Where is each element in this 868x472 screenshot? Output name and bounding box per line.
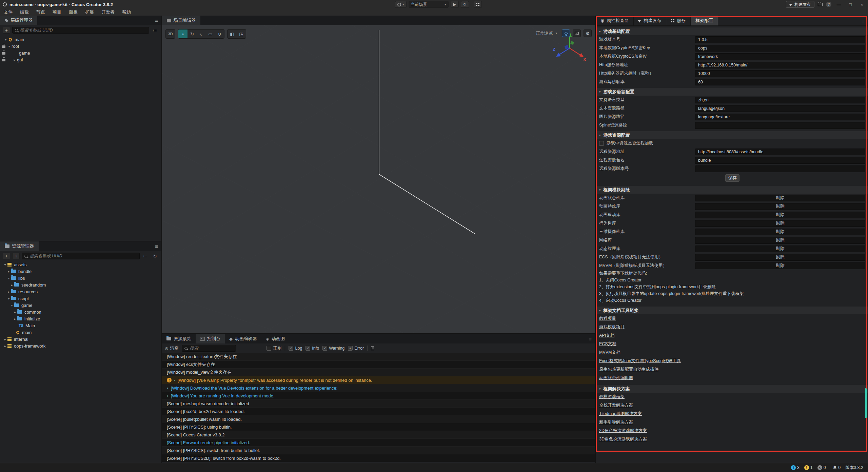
inspector-scrollbar[interactable] <box>865 388 867 418</box>
panel-menu-icon[interactable]: ≡ <box>589 334 592 343</box>
section-module-trim[interactable]: ▾框架模块剔除 <box>596 186 868 194</box>
assets-search-input[interactable] <box>29 254 137 258</box>
mode-3d-button[interactable]: 3D <box>166 29 175 38</box>
chevron-expanded-icon[interactable]: ▾ <box>7 44 12 48</box>
scene-select[interactable]: 当前场景 ▾ <box>409 1 449 8</box>
solution-link[interactable]: 战棋游戏框架 <box>599 394 625 400</box>
solution-link[interactable]: Tiledmap地图解决方案 <box>599 411 642 417</box>
tab-assets[interactable]: 资源管理器 <box>0 241 39 251</box>
asset-row-internal[interactable]: ▸ internal <box>0 336 161 342</box>
remove-button[interactable]: 剔除 <box>695 212 865 218</box>
tree-node-root[interactable]: ▾ root <box>0 43 161 50</box>
game-version-input[interactable] <box>695 36 865 43</box>
hierarchy-search[interactable] <box>12 27 149 34</box>
open-project-folder-icon[interactable] <box>818 3 823 6</box>
lang-texture-path-input[interactable] <box>695 114 865 120</box>
doc-link[interactable]: Excel格式转Json文件与TypeScript代码工具 <box>599 358 681 364</box>
chevron-expanded-icon[interactable]: ▾ <box>3 38 8 41</box>
expand-icon[interactable]: › <box>174 378 175 382</box>
close-button[interactable]: × <box>858 2 866 7</box>
tree-node-game[interactable]: game <box>0 50 161 56</box>
tab-property-inspector[interactable]: ◉属性检查器 <box>596 16 634 25</box>
remove-button[interactable]: 剔除 <box>695 195 865 201</box>
http-server-input[interactable] <box>695 62 865 68</box>
clear-console-button[interactable]: ⊘ 清空 <box>165 346 178 351</box>
fps-input[interactable] <box>695 79 865 85</box>
section-solutions[interactable]: ▾框架解决方案 <box>596 385 868 393</box>
menu-help[interactable]: 帮助 <box>118 9 135 15</box>
refresh-icon[interactable]: ↻ <box>151 253 159 259</box>
filter-log-checkbox[interactable]: ✓Log <box>289 346 302 351</box>
move-tool-button[interactable]: + <box>178 29 188 38</box>
filter-icon[interactable]: ≔ <box>142 253 149 259</box>
menu-edit[interactable]: 编辑 <box>16 9 33 15</box>
doc-link[interactable]: 游戏模板项目 <box>599 324 625 330</box>
warning-count[interactable]: ! 1 <box>804 465 813 470</box>
filter-warning-checkbox[interactable]: ✓Warning <box>322 346 344 351</box>
filter-info-checkbox[interactable]: ✓Info <box>305 346 319 351</box>
log-row-info[interactable]: › [Window] You are running Vue in develo… <box>162 392 595 400</box>
save-button[interactable]: 保存 <box>725 174 739 182</box>
tab-framework-config[interactable]: 框架配置 <box>691 16 718 25</box>
asset-row-script[interactable]: ▾ script <box>0 295 161 302</box>
error-count[interactable]: × 0 <box>817 465 826 470</box>
maximize-button[interactable]: □ <box>846 2 854 7</box>
menu-extension[interactable]: 扩展 <box>81 9 98 15</box>
minimize-button[interactable]: — <box>835 2 843 7</box>
menu-panel[interactable]: 面板 <box>65 9 81 15</box>
build-publish-button[interactable]: 构建发布 <box>786 1 814 8</box>
panel-menu-icon[interactable]: ≡ <box>155 241 158 251</box>
remove-button[interactable]: 剔除 <box>695 237 865 244</box>
regex-checkbox[interactable]: 正则 <box>267 346 281 351</box>
asset-row-resources[interactable]: ▸ resources <box>0 288 161 295</box>
tab-services[interactable]: 服务 <box>666 16 691 25</box>
doc-link[interactable]: ECS文档 <box>599 341 616 347</box>
lang-json-path-input[interactable] <box>695 105 865 112</box>
expand-icon[interactable]: › <box>167 386 168 390</box>
play-button[interactable]: ▶ <box>451 1 459 8</box>
solution-link[interactable]: 3D角色扮演游戏解决方案 <box>599 436 647 442</box>
remove-button[interactable]: 剔除 <box>695 254 865 261</box>
asset-row-common[interactable]: ▸ common <box>0 309 161 315</box>
remote-load-checkbox[interactable] <box>599 141 604 146</box>
tab-scene-editor[interactable]: 场景编辑器 <box>162 16 200 25</box>
menu-project[interactable]: 项目 <box>49 9 65 15</box>
section-doc-links[interactable]: ▾框架文档工具链接 <box>596 307 868 314</box>
create-node-button[interactable]: + <box>3 27 10 34</box>
doc-link[interactable]: MVVM文档 <box>599 350 620 355</box>
remote-url-input[interactable] <box>695 149 865 155</box>
filter-icon[interactable]: ≔ <box>151 27 159 34</box>
remote-bundle-input[interactable] <box>695 157 865 164</box>
pivot-toggle-button[interactable]: ◧ <box>228 29 237 38</box>
asset-row-seedrandom[interactable]: ▸ seedrandom <box>0 281 161 288</box>
doc-link[interactable]: API文档 <box>599 333 614 338</box>
remove-button[interactable]: 剔除 <box>695 220 865 227</box>
solution-link[interactable]: 2D角色扮演游戏解决方案 <box>599 428 647 434</box>
crypto-iv-input[interactable] <box>695 53 865 60</box>
tab-asset-preview[interactable]: 资源预览 <box>162 334 196 343</box>
panel-menu-icon[interactable]: ≡ <box>862 16 865 26</box>
hierarchy-search-input[interactable] <box>20 28 146 33</box>
remove-button[interactable]: 剔除 <box>695 245 865 252</box>
asset-row-bundle[interactable]: ▸ bundle <box>0 268 161 275</box>
log-row-info[interactable]: › [Window] Download the Vue Devtools ext… <box>162 384 595 392</box>
log-file-icon[interactable] <box>371 346 374 350</box>
tree-node-main[interactable]: ▾ main <box>0 36 161 43</box>
http-timeout-input[interactable] <box>695 70 865 77</box>
tab-build-publish[interactable]: 构建发布 <box>634 16 666 25</box>
remove-button[interactable]: 剔除 <box>695 203 865 210</box>
remote-version-input[interactable] <box>695 165 865 172</box>
menu-developer[interactable]: 开发者 <box>98 9 118 15</box>
console-search-input[interactable] <box>190 346 245 351</box>
chevron-collapsed-icon[interactable]: ▸ <box>12 58 17 62</box>
asset-row-game[interactable]: ▾ game <box>0 302 161 309</box>
tab-hierarchy[interactable]: 层级管理器 <box>0 16 37 25</box>
notification-count[interactable]: 🔔︎ 0 <box>833 465 841 470</box>
info-count[interactable]: i 3 <box>791 465 800 470</box>
asset-row-Main[interactable]: TS Main <box>0 322 161 329</box>
assets-search[interactable] <box>22 253 140 259</box>
solution-link[interactable]: 新手引导解决方案 <box>599 419 633 425</box>
coord-toggle-button[interactable]: ◳ <box>237 29 246 38</box>
doc-link[interactable]: 动画状态机编辑器 <box>599 375 633 381</box>
scene-viewport[interactable]: X Z <box>162 25 595 333</box>
